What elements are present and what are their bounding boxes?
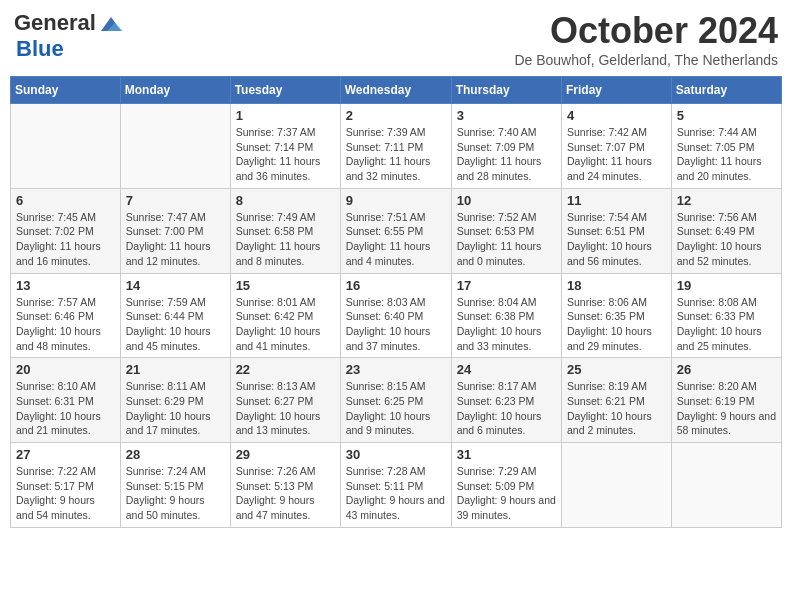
calendar-cell: [562, 443, 672, 528]
calendar-cell: 12Sunrise: 7:56 AMSunset: 6:49 PMDayligh…: [671, 188, 781, 273]
day-info: Sunrise: 7:56 AMSunset: 6:49 PMDaylight:…: [677, 210, 776, 269]
calendar-table: SundayMondayTuesdayWednesdayThursdayFrid…: [10, 76, 782, 528]
day-info: Sunrise: 7:28 AMSunset: 5:11 PMDaylight:…: [346, 464, 446, 523]
day-number: 13: [16, 278, 115, 293]
day-header-sunday: Sunday: [11, 77, 121, 104]
day-number: 7: [126, 193, 225, 208]
calendar-cell: 9Sunrise: 7:51 AMSunset: 6:55 PMDaylight…: [340, 188, 451, 273]
logo: General Blue: [14, 10, 126, 62]
day-number: 20: [16, 362, 115, 377]
day-info: Sunrise: 7:52 AMSunset: 6:53 PMDaylight:…: [457, 210, 556, 269]
calendar-cell: 31Sunrise: 7:29 AMSunset: 5:09 PMDayligh…: [451, 443, 561, 528]
logo-icon: [97, 13, 125, 35]
day-header-thursday: Thursday: [451, 77, 561, 104]
day-info: Sunrise: 7:51 AMSunset: 6:55 PMDaylight:…: [346, 210, 446, 269]
day-number: 19: [677, 278, 776, 293]
day-number: 14: [126, 278, 225, 293]
day-number: 23: [346, 362, 446, 377]
day-info: Sunrise: 8:11 AMSunset: 6:29 PMDaylight:…: [126, 379, 225, 438]
day-number: 31: [457, 447, 556, 462]
day-number: 16: [346, 278, 446, 293]
day-number: 30: [346, 447, 446, 462]
day-info: Sunrise: 8:13 AMSunset: 6:27 PMDaylight:…: [236, 379, 335, 438]
calendar-cell: 30Sunrise: 7:28 AMSunset: 5:11 PMDayligh…: [340, 443, 451, 528]
calendar-week-row: 13Sunrise: 7:57 AMSunset: 6:46 PMDayligh…: [11, 273, 782, 358]
day-info: Sunrise: 7:24 AMSunset: 5:15 PMDaylight:…: [126, 464, 225, 523]
calendar-header-row: SundayMondayTuesdayWednesdayThursdayFrid…: [11, 77, 782, 104]
day-header-monday: Monday: [120, 77, 230, 104]
logo-blue: Blue: [16, 36, 64, 61]
day-number: 11: [567, 193, 666, 208]
calendar-week-row: 20Sunrise: 8:10 AMSunset: 6:31 PMDayligh…: [11, 358, 782, 443]
calendar-cell: [120, 104, 230, 189]
day-info: Sunrise: 8:01 AMSunset: 6:42 PMDaylight:…: [236, 295, 335, 354]
day-number: 21: [126, 362, 225, 377]
day-info: Sunrise: 7:57 AMSunset: 6:46 PMDaylight:…: [16, 295, 115, 354]
day-info: Sunrise: 7:54 AMSunset: 6:51 PMDaylight:…: [567, 210, 666, 269]
calendar-cell: 16Sunrise: 8:03 AMSunset: 6:40 PMDayligh…: [340, 273, 451, 358]
calendar-cell: 11Sunrise: 7:54 AMSunset: 6:51 PMDayligh…: [562, 188, 672, 273]
day-info: Sunrise: 8:08 AMSunset: 6:33 PMDaylight:…: [677, 295, 776, 354]
day-info: Sunrise: 7:39 AMSunset: 7:11 PMDaylight:…: [346, 125, 446, 184]
month-title: October 2024: [514, 10, 778, 52]
day-info: Sunrise: 7:47 AMSunset: 7:00 PMDaylight:…: [126, 210, 225, 269]
calendar-cell: 14Sunrise: 7:59 AMSunset: 6:44 PMDayligh…: [120, 273, 230, 358]
calendar-week-row: 1Sunrise: 7:37 AMSunset: 7:14 PMDaylight…: [11, 104, 782, 189]
calendar-week-row: 27Sunrise: 7:22 AMSunset: 5:17 PMDayligh…: [11, 443, 782, 528]
day-number: 15: [236, 278, 335, 293]
calendar-cell: 8Sunrise: 7:49 AMSunset: 6:58 PMDaylight…: [230, 188, 340, 273]
day-header-saturday: Saturday: [671, 77, 781, 104]
calendar-cell: 2Sunrise: 7:39 AMSunset: 7:11 PMDaylight…: [340, 104, 451, 189]
day-number: 26: [677, 362, 776, 377]
calendar-cell: 27Sunrise: 7:22 AMSunset: 5:17 PMDayligh…: [11, 443, 121, 528]
calendar-cell: 15Sunrise: 8:01 AMSunset: 6:42 PMDayligh…: [230, 273, 340, 358]
day-number: 28: [126, 447, 225, 462]
day-number: 29: [236, 447, 335, 462]
day-header-friday: Friday: [562, 77, 672, 104]
day-info: Sunrise: 8:19 AMSunset: 6:21 PMDaylight:…: [567, 379, 666, 438]
day-number: 17: [457, 278, 556, 293]
day-info: Sunrise: 7:40 AMSunset: 7:09 PMDaylight:…: [457, 125, 556, 184]
day-info: Sunrise: 7:49 AMSunset: 6:58 PMDaylight:…: [236, 210, 335, 269]
calendar-cell: 7Sunrise: 7:47 AMSunset: 7:00 PMDaylight…: [120, 188, 230, 273]
calendar-cell: 17Sunrise: 8:04 AMSunset: 6:38 PMDayligh…: [451, 273, 561, 358]
day-info: Sunrise: 7:26 AMSunset: 5:13 PMDaylight:…: [236, 464, 335, 523]
calendar-cell: 10Sunrise: 7:52 AMSunset: 6:53 PMDayligh…: [451, 188, 561, 273]
day-info: Sunrise: 8:20 AMSunset: 6:19 PMDaylight:…: [677, 379, 776, 438]
logo-general: General: [14, 10, 96, 35]
calendar-cell: 26Sunrise: 8:20 AMSunset: 6:19 PMDayligh…: [671, 358, 781, 443]
day-info: Sunrise: 7:59 AMSunset: 6:44 PMDaylight:…: [126, 295, 225, 354]
calendar-week-row: 6Sunrise: 7:45 AMSunset: 7:02 PMDaylight…: [11, 188, 782, 273]
calendar-cell: 19Sunrise: 8:08 AMSunset: 6:33 PMDayligh…: [671, 273, 781, 358]
calendar-cell: [671, 443, 781, 528]
day-info: Sunrise: 7:45 AMSunset: 7:02 PMDaylight:…: [16, 210, 115, 269]
day-number: 9: [346, 193, 446, 208]
day-number: 12: [677, 193, 776, 208]
calendar-cell: 4Sunrise: 7:42 AMSunset: 7:07 PMDaylight…: [562, 104, 672, 189]
day-info: Sunrise: 7:37 AMSunset: 7:14 PMDaylight:…: [236, 125, 335, 184]
calendar-cell: 24Sunrise: 8:17 AMSunset: 6:23 PMDayligh…: [451, 358, 561, 443]
day-number: 3: [457, 108, 556, 123]
day-info: Sunrise: 7:44 AMSunset: 7:05 PMDaylight:…: [677, 125, 776, 184]
day-number: 2: [346, 108, 446, 123]
day-header-tuesday: Tuesday: [230, 77, 340, 104]
calendar-cell: 5Sunrise: 7:44 AMSunset: 7:05 PMDaylight…: [671, 104, 781, 189]
calendar-cell: 3Sunrise: 7:40 AMSunset: 7:09 PMDaylight…: [451, 104, 561, 189]
calendar-cell: 18Sunrise: 8:06 AMSunset: 6:35 PMDayligh…: [562, 273, 672, 358]
calendar-cell: 1Sunrise: 7:37 AMSunset: 7:14 PMDaylight…: [230, 104, 340, 189]
day-info: Sunrise: 8:04 AMSunset: 6:38 PMDaylight:…: [457, 295, 556, 354]
day-info: Sunrise: 7:22 AMSunset: 5:17 PMDaylight:…: [16, 464, 115, 523]
calendar-cell: 25Sunrise: 8:19 AMSunset: 6:21 PMDayligh…: [562, 358, 672, 443]
calendar-cell: 6Sunrise: 7:45 AMSunset: 7:02 PMDaylight…: [11, 188, 121, 273]
day-number: 27: [16, 447, 115, 462]
page-header: General Blue October 2024 De Bouwhof, Ge…: [10, 10, 782, 68]
calendar-cell: 20Sunrise: 8:10 AMSunset: 6:31 PMDayligh…: [11, 358, 121, 443]
location-subtitle: De Bouwhof, Gelderland, The Netherlands: [514, 52, 778, 68]
day-number: 24: [457, 362, 556, 377]
day-info: Sunrise: 8:03 AMSunset: 6:40 PMDaylight:…: [346, 295, 446, 354]
day-number: 5: [677, 108, 776, 123]
day-number: 1: [236, 108, 335, 123]
day-info: Sunrise: 7:29 AMSunset: 5:09 PMDaylight:…: [457, 464, 556, 523]
logo-text: General: [14, 10, 126, 36]
day-number: 8: [236, 193, 335, 208]
